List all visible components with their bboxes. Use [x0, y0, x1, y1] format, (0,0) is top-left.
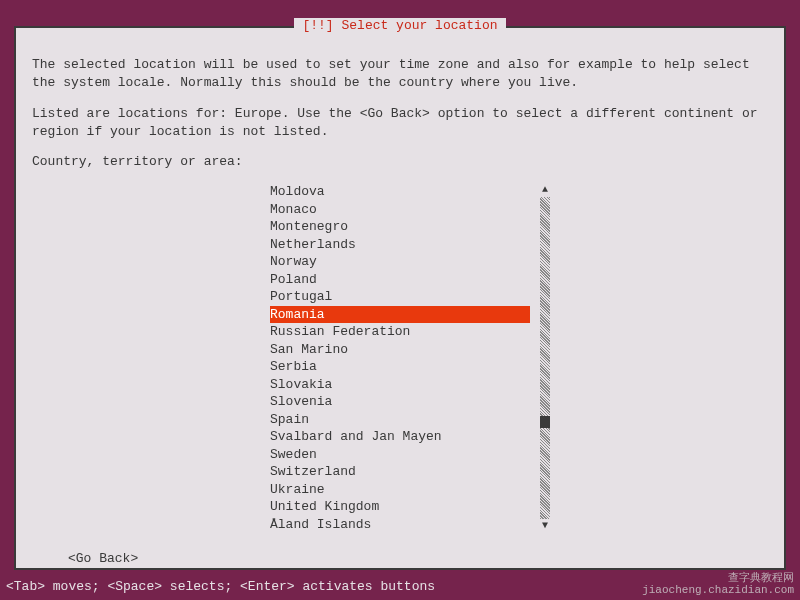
list-item[interactable]: Ukraine: [270, 481, 530, 499]
list-item[interactable]: Åland Islands: [270, 516, 530, 534]
list-item[interactable]: Russian Federation: [270, 323, 530, 341]
list-item[interactable]: Sweden: [270, 446, 530, 464]
help-text-1: The selected location will be used to se…: [32, 56, 768, 91]
help-text-2: Listed are locations for: Europe. Use th…: [32, 105, 768, 140]
scroll-track[interactable]: [540, 197, 550, 519]
watermark: 查字典教程网 jiaocheng.chazidian.com: [642, 572, 794, 596]
list-item[interactable]: Montenegro: [270, 218, 530, 236]
list-item[interactable]: San Marino: [270, 341, 530, 359]
list-item[interactable]: Spain: [270, 411, 530, 429]
list-item[interactable]: Netherlands: [270, 236, 530, 254]
watermark-line2: jiaocheng.chazidian.com: [642, 584, 794, 596]
status-bar: <Tab> moves; <Space> selects; <Enter> ac…: [6, 579, 435, 594]
location-dialog: [!!] Select your location The selected l…: [14, 26, 786, 570]
list-item[interactable]: Norway: [270, 253, 530, 271]
scroll-up-arrow[interactable]: ▲: [542, 183, 548, 197]
list-container: MoldovaMonacoMontenegroNetherlandsNorway…: [270, 183, 530, 533]
list-item[interactable]: Monaco: [270, 201, 530, 219]
go-back-button[interactable]: <Go Back>: [68, 551, 138, 566]
list-item[interactable]: Slovakia: [270, 376, 530, 394]
list-item[interactable]: Svalbard and Jan Mayen: [270, 428, 530, 446]
watermark-line1: 查字典教程网: [642, 572, 794, 584]
list-item[interactable]: Serbia: [270, 358, 530, 376]
scroll-thumb[interactable]: [540, 416, 550, 428]
prompt-label: Country, territory or area:: [32, 154, 768, 169]
dialog-title: [!!] Select your location: [294, 18, 505, 33]
country-listbox-area: MoldovaMonacoMontenegroNetherlandsNorway…: [32, 183, 768, 533]
list-item[interactable]: Moldova: [270, 183, 530, 201]
scroll-down-arrow[interactable]: ▼: [542, 519, 548, 533]
list-item[interactable]: Poland: [270, 271, 530, 289]
scrollbar[interactable]: ▲ ▼: [540, 183, 550, 533]
list-item[interactable]: Romania: [270, 306, 530, 324]
country-list[interactable]: MoldovaMonacoMontenegroNetherlandsNorway…: [270, 183, 530, 533]
list-item[interactable]: Slovenia: [270, 393, 530, 411]
dialog-title-wrap: [!!] Select your location: [16, 18, 784, 33]
list-item[interactable]: United Kingdom: [270, 498, 530, 516]
list-item[interactable]: Switzerland: [270, 463, 530, 481]
dialog-content: The selected location will be used to se…: [16, 28, 784, 578]
list-item[interactable]: Portugal: [270, 288, 530, 306]
